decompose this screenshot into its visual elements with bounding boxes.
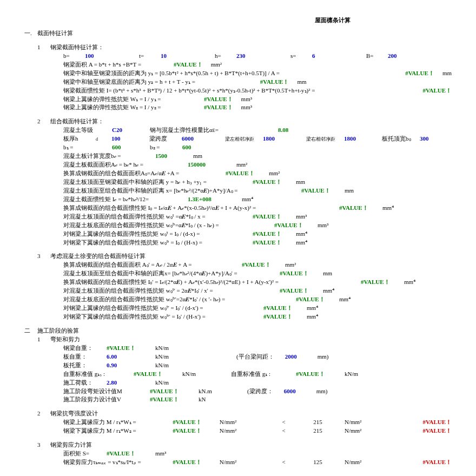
sub-1-2: 2组合截面特征计算： (24, 117, 452, 126)
section-1: 一.截面特征计算 (24, 29, 452, 38)
sub-2-2: 2钢梁抗弯强度设计 (24, 409, 452, 418)
sub-2-1: 1弯矩和剪力 (24, 335, 452, 344)
sub-2-3: 3钢梁剪应力计算 (24, 441, 452, 449)
section-2: 二施工阶段的验算 (24, 327, 452, 335)
page-title: 屋面檩条计算 (24, 16, 452, 25)
param-row: b=100 t=10 h=230 s=6 B=200 (63, 52, 452, 61)
sub-1-1: 1钢梁截面特征计算： (24, 43, 452, 52)
sub-1-3: 3考虑混凝土徐变的组合截面特征计算 (24, 252, 452, 261)
